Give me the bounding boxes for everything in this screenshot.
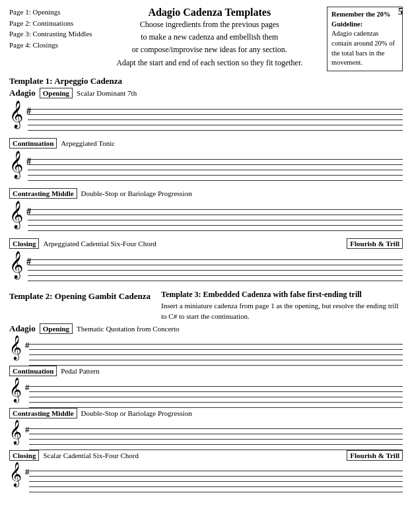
staff-lines-1 [28, 109, 403, 135]
t1-cont-row: Continuation Arpeggiated Tonic [9, 138, 403, 149]
staff-lines-8 [29, 471, 403, 497]
t1-opening-sublabel: Scalar Dominant 7th [77, 89, 137, 97]
t1-opening-label: Opening [40, 88, 73, 98]
page-list-item-4: Page 4: Closings [9, 40, 92, 51]
t1-closing-label: Closing [9, 238, 39, 249]
staff-lines-2 [28, 159, 403, 185]
template1-header: Template 1: Arpeggio Cadenza [9, 76, 403, 86]
treble-clef-8: 𝄞 [9, 463, 22, 484]
t1-closing-row: Closing Arpeggiated Cadential Six-Four C… [9, 238, 403, 249]
title-block: Adagio Cadenza Templates Choose ingredie… [92, 7, 327, 73]
t1-cont-sublabel: Arpeggiated Tonic [61, 139, 115, 147]
t2-opening-sublabel: Thematic Quotation from Concerto [77, 325, 179, 333]
adagio-label-t2: Adagio [9, 323, 36, 334]
t1-cont-label: Continuation [9, 138, 57, 149]
staff-lines-5 [29, 344, 403, 370]
t1-flourish-label: Flourish & Trill [347, 238, 403, 249]
t1-staff-3: 𝄞 # [9, 200, 403, 234]
t2-staff-4: 𝄞 # [9, 461, 403, 490]
t1-staff-1: 𝄞 # [9, 100, 403, 134]
t2-staff-3: 𝄞 # [9, 419, 403, 448]
treble-clef-6: 𝄞 [9, 379, 22, 400]
template3-header: Template 3: Embedded Cadenza with false … [161, 288, 403, 300]
template2-col: Template 2: Opening Gambit Cadenza [9, 288, 154, 322]
treble-clef-3: 𝄞 [9, 203, 23, 226]
template2-header: Template 2: Opening Gambit Cadenza [9, 291, 154, 302]
page-list-item-3: Page 3: Contrasting Middles [9, 28, 92, 40]
page-title: Adagio Cadenza Templates [98, 7, 322, 18]
staff-lines-7 [29, 428, 403, 455]
template3-col: Template 3: Embedded Cadenza with false … [161, 288, 403, 322]
guideline-box: Remember the 20% Guideline: Adagio caden… [327, 7, 403, 71]
page-list-item-2: Page 2: Continuations [9, 18, 92, 29]
template3-body: Insert a miniature cadenza from page 1 a… [161, 300, 403, 322]
t2-staff-2: 𝄞 # [9, 377, 403, 406]
staff-lines-3 [28, 209, 403, 236]
page-list: Page 1: Openings Page 2: Continuations P… [9, 7, 92, 50]
t2-staff-1: 𝄞 # [9, 335, 403, 364]
t1-cmiddle-label: Contrasting Middle [9, 188, 77, 199]
t2-opening-row: Adagio Opening Thematic Quotation from C… [9, 323, 403, 334]
top-row: Page 1: Openings Page 2: Continuations P… [9, 7, 403, 73]
page: 5 Page 1: Openings Page 2: Continuations… [0, 0, 412, 532]
t1-closing-sublabel: Arpeggiated Cadential Six-Four Chord [43, 240, 156, 248]
staff-lines-6 [29, 386, 403, 413]
two-col: Template 2: Opening Gambit Cadenza Templ… [9, 288, 403, 322]
t1-cmiddle-row: Contrasting Middle Double-Stop or Bariol… [9, 188, 403, 199]
t2-opening-label: Opening [40, 323, 73, 334]
page-list-item-1: Page 1: Openings [9, 7, 92, 18]
treble-clef-4: 𝄞 [9, 253, 23, 277]
t1-opening-row: Adagio Opening Scalar Dominant 7th [9, 88, 403, 98]
staff-lines-4 [28, 259, 403, 286]
treble-clef-2: 𝄞 [9, 152, 23, 176]
treble-clef-7: 𝄞 [9, 421, 22, 442]
adagio-label-t1: Adagio [9, 88, 36, 98]
t1-staff-2: 𝄞 # [9, 150, 403, 184]
t1-cmiddle-sublabel: Double-Stop or Bariolage Progression [81, 189, 192, 197]
t1-staff-4: 𝄞 # [9, 250, 403, 284]
treble-clef-1: 𝄞 [9, 102, 23, 126]
page-number: 5 [398, 7, 403, 17]
page-subtitle: Choose ingredients from the previous pag… [98, 18, 322, 69]
treble-clef-5: 𝄞 [9, 337, 22, 358]
